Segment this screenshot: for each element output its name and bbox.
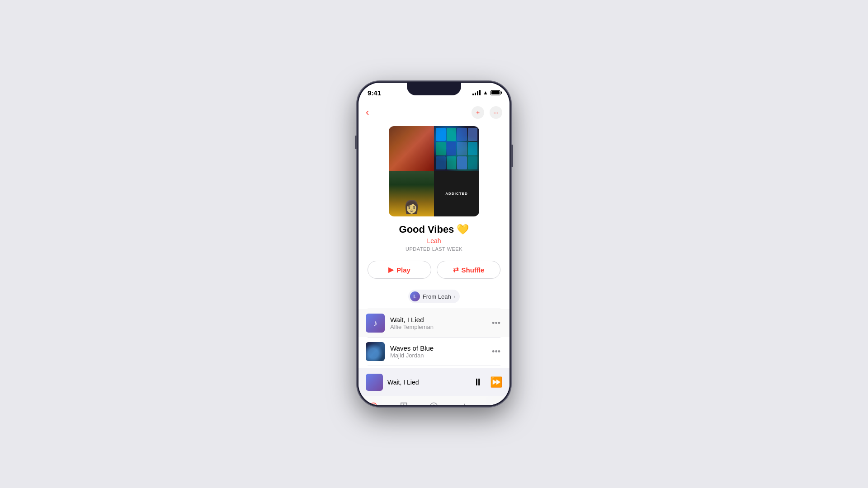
track-more-button-2[interactable]: ••• (490, 345, 502, 358)
from-label: From (423, 293, 436, 300)
track-info-1: Wait, I Lied Alfie Templeman (390, 316, 485, 330)
from-text: From Leah (423, 293, 451, 300)
top-nav: ‹ + ··· (359, 103, 509, 122)
tab-library[interactable]: ♪ Library (449, 400, 479, 405)
add-button[interactable]: + (472, 106, 484, 119)
notch (407, 83, 461, 95)
playlist-updated: UPDATED LAST WEEK (368, 246, 500, 252)
wifi-icon: ▲ (483, 89, 488, 96)
track-name-1: Wait, I Lied (390, 316, 485, 324)
signal-icon (472, 90, 481, 95)
play-button[interactable]: ▶ Play (368, 261, 431, 279)
cube (447, 156, 457, 169)
status-icons: ▲ (472, 89, 500, 96)
tab-radio[interactable]: ◎ Radio (419, 400, 449, 405)
now-playing-artwork (366, 374, 383, 391)
track-item[interactable]: ♪ Wait, I Lied Alfie Templeman ••• (359, 309, 509, 337)
track-info-2: Waves of Blue Majid Jordan (390, 344, 485, 359)
cube (447, 128, 457, 141)
more-button[interactable]: ··· (490, 106, 502, 119)
library-icon: ♪ (462, 400, 467, 405)
listen-now-icon: ⊙ (369, 400, 377, 405)
skip-forward-button[interactable]: ⏩ (490, 376, 502, 388)
search-icon: ⌕ (491, 400, 497, 405)
battery-icon (491, 90, 500, 95)
from-name: Leah (438, 293, 451, 300)
track-item[interactable]: Waves of Blue Majid Jordan ••• (359, 338, 509, 366)
tab-listen-now[interactable]: ⊙ Listen Now (359, 400, 389, 405)
track-artist-1: Alfie Templeman (390, 324, 485, 330)
tab-bar: ⊙ Listen Now ⊞ Browse ◎ Radio ♪ Library … (359, 396, 509, 405)
shuffle-icon: ⇄ (453, 266, 459, 274)
track-name-2: Waves of Blue (390, 344, 485, 352)
nav-actions: + ··· (472, 106, 502, 119)
artwork-container: ADDICTED (359, 122, 509, 224)
phone-device: 9:41 ▲ ‹ + ··· (357, 81, 511, 407)
track-artist-2: Majid Jordan (390, 352, 485, 359)
cube (457, 142, 467, 155)
from-avatar: L (410, 291, 420, 301)
shuffle-button[interactable]: ⇄ Shuffle (437, 261, 500, 279)
now-playing-info: Wait, I Lied (387, 379, 468, 386)
status-bar: 9:41 ▲ (359, 83, 509, 103)
play-icon: ▶ (388, 266, 394, 274)
from-section: L From Leah › (359, 286, 509, 309)
artwork-cell-4: ADDICTED (434, 171, 479, 216)
artwork-cell-3 (389, 171, 434, 216)
now-playing-title: Wait, I Lied (387, 379, 468, 386)
track-artwork-2 (366, 342, 385, 361)
cube (468, 142, 478, 155)
track-more-button-1[interactable]: ••• (490, 317, 502, 330)
cube (436, 142, 446, 155)
radio-icon: ◎ (429, 400, 438, 405)
artwork-cell-1 (389, 126, 434, 171)
cube (468, 128, 478, 141)
playlist-author[interactable]: Leah (368, 237, 500, 244)
track-artwork-1: ♪ (366, 314, 385, 333)
cube (436, 156, 446, 169)
status-time: 9:41 (368, 89, 381, 97)
now-playing-controls: ⏸ ⏩ (473, 376, 502, 388)
shuffle-label: Shuffle (462, 266, 485, 274)
cube (457, 156, 467, 169)
playlist-artwork: ADDICTED (389, 126, 479, 216)
cube (468, 156, 478, 169)
back-button[interactable]: ‹ (366, 107, 369, 118)
phone-screen: 9:41 ▲ ‹ + ··· (359, 83, 509, 405)
browse-icon: ⊞ (400, 400, 408, 405)
tab-search[interactable]: ⌕ Search (479, 400, 509, 405)
music-note-icon: ♪ (373, 318, 377, 328)
now-playing-bar[interactable]: Wait, I Lied ⏸ ⏩ (359, 368, 509, 396)
tab-browse[interactable]: ⊞ Browse (389, 400, 419, 405)
main-content: ‹ + ··· (359, 103, 509, 368)
action-buttons: ▶ Play ⇄ Shuffle (359, 257, 509, 286)
cubes-grid (434, 126, 479, 171)
playlist-title: Good Vibes 💛 (368, 224, 500, 235)
chevron-right-icon: › (454, 294, 456, 299)
artwork-cell-2 (434, 126, 479, 171)
cube (447, 142, 457, 155)
cube (457, 128, 467, 141)
play-label: Play (396, 266, 410, 274)
playlist-info: Good Vibes 💛 Leah UPDATED LAST WEEK (359, 224, 509, 257)
addicted-label: ADDICTED (443, 190, 469, 198)
pause-button[interactable]: ⏸ (473, 376, 483, 388)
from-chip[interactable]: L From Leah › (408, 290, 460, 303)
track-list: ♪ Wait, I Lied Alfie Templeman ••• Waves… (359, 309, 509, 368)
cube (436, 128, 446, 141)
